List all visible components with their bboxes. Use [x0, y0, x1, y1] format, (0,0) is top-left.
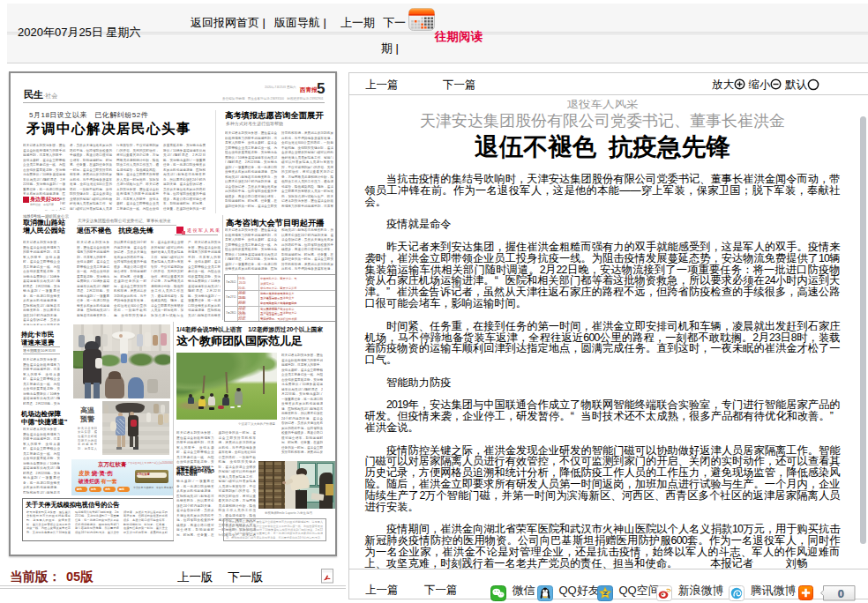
svg-text:0: 0	[837, 587, 843, 600]
